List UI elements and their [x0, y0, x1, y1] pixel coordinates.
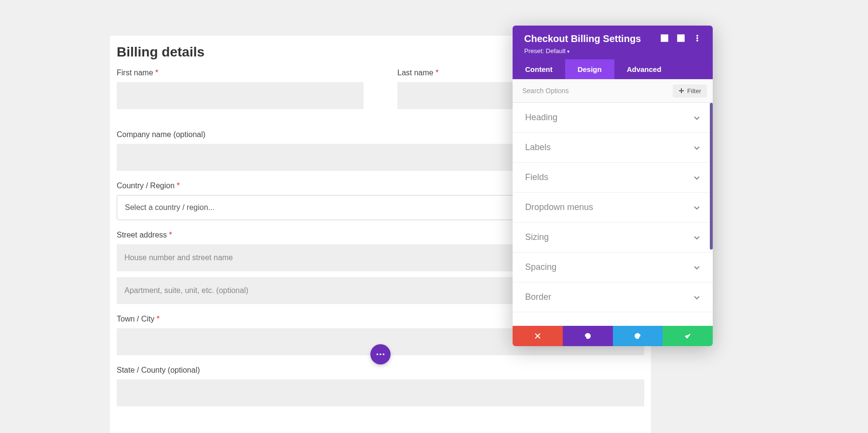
required-asterisk: *: [155, 69, 158, 77]
svg-point-1: [380, 353, 381, 355]
first-name-label: First name *: [117, 69, 364, 77]
section-heading[interactable]: Heading: [513, 103, 713, 133]
chevron-down-icon: [693, 264, 700, 271]
settings-panel: Checkout Billing Settings Preset: Defaul…: [513, 26, 713, 346]
tab-advanced[interactable]: Advanced: [614, 59, 674, 79]
chevron-down-icon: [693, 114, 700, 121]
columns-icon[interactable]: [677, 34, 685, 42]
chevron-down-icon: [693, 204, 700, 211]
required-asterisk: *: [435, 69, 438, 77]
sections-list[interactable]: Heading Labels Fields Dropdown menus Siz…: [513, 103, 713, 326]
fab-more-button[interactable]: [370, 344, 391, 364]
section-sizing[interactable]: Sizing: [513, 223, 713, 252]
check-icon: [684, 332, 692, 340]
first-name-field: First name *: [117, 69, 364, 109]
tab-content[interactable]: Content: [513, 59, 565, 79]
svg-point-2: [383, 353, 385, 355]
search-options-input[interactable]: [518, 84, 673, 98]
first-name-input[interactable]: [117, 82, 364, 109]
close-icon: [534, 332, 542, 340]
chevron-down-icon: [693, 174, 700, 181]
svg-point-0: [377, 353, 379, 355]
tab-design[interactable]: Design: [565, 59, 614, 79]
state-label: State / County (optional): [117, 366, 644, 375]
chevron-down-icon: [693, 294, 700, 301]
section-border[interactable]: Border: [513, 282, 713, 312]
required-asterisk: *: [177, 182, 180, 190]
cancel-button[interactable]: [513, 326, 563, 346]
section-labels[interactable]: Labels: [513, 133, 713, 163]
preset-dropdown[interactable]: Preset: Default: [524, 47, 641, 55]
section-dropdown-menus[interactable]: Dropdown menus: [513, 193, 713, 223]
plus-icon: [678, 88, 684, 94]
svg-point-8: [697, 38, 698, 39]
chevron-down-icon: [693, 234, 700, 241]
panel-title-wrap: Checkout Billing Settings Preset: Defaul…: [524, 33, 641, 55]
scrollbar-thumb[interactable]: [710, 103, 713, 250]
filter-button[interactable]: Filter: [673, 84, 707, 98]
section-fields[interactable]: Fields: [513, 163, 713, 193]
svg-point-4: [664, 37, 665, 39]
panel-footer: [513, 326, 713, 346]
svg-point-9: [697, 40, 698, 42]
undo-icon: [584, 332, 592, 340]
panel-header: Checkout Billing Settings Preset: Defaul…: [513, 26, 713, 59]
panel-header-icons: [661, 34, 701, 42]
svg-point-7: [697, 35, 698, 37]
expand-icon[interactable]: [661, 34, 668, 42]
redo-button[interactable]: [613, 326, 663, 346]
chevron-down-icon: [693, 144, 700, 151]
undo-button[interactable]: [563, 326, 613, 346]
redo-icon: [634, 332, 641, 340]
more-dots-icon[interactable]: [693, 34, 701, 42]
state-input[interactable]: [117, 379, 644, 406]
section-spacing[interactable]: Spacing: [513, 252, 713, 282]
dots-horizontal-icon: [375, 349, 386, 360]
required-asterisk: *: [169, 231, 172, 239]
panel-tabs: Content Design Advanced: [513, 59, 713, 79]
panel-title: Checkout Billing Settings: [524, 33, 641, 44]
required-asterisk: *: [157, 315, 160, 323]
state-field: State / County (optional): [117, 366, 644, 406]
save-button[interactable]: [663, 326, 713, 346]
search-bar: Filter: [513, 79, 713, 103]
